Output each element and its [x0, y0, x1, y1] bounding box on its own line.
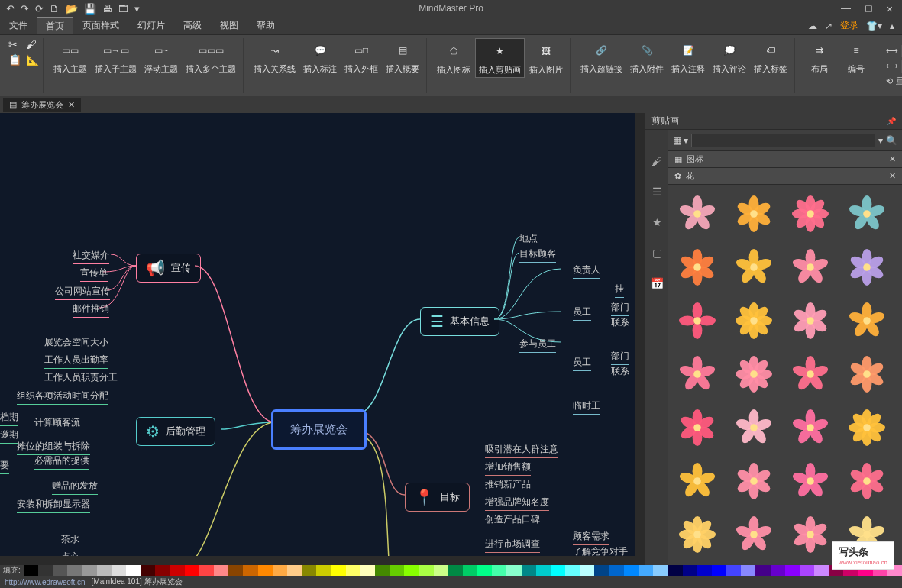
save-icon[interactable]: 💾: [84, 3, 96, 15]
color-swatch[interactable]: [346, 565, 360, 576]
leaf[interactable]: 赠品的发放: [52, 480, 98, 495]
ribbon-button[interactable]: ▤插入概要: [383, 38, 422, 76]
clipart-item[interactable]: [845, 192, 888, 235]
clipart-item[interactable]: [789, 460, 832, 502]
branch-jiben[interactable]: ☰ 基本信息: [420, 307, 499, 336]
leaf[interactable]: 增强品牌知名度: [485, 496, 549, 511]
ribbon-button[interactable]: 🏷插入标签: [751, 38, 790, 76]
clipart-item[interactable]: [732, 406, 775, 449]
clipart-item[interactable]: [789, 513, 832, 556]
clipart-item[interactable]: [732, 460, 775, 502]
color-swatch[interactable]: [785, 565, 800, 576]
maximize-icon[interactable]: ◻: [865, 2, 873, 15]
ribbon-button[interactable]: 💭插入评论: [710, 38, 749, 76]
color-swatch[interactable]: [82, 565, 96, 576]
leaf[interactable]: 摊位的组装与拆除: [17, 440, 90, 455]
search-input[interactable]: [691, 134, 875, 147]
color-swatch[interactable]: [331, 565, 345, 576]
leaf[interactable]: 邮件推销: [73, 302, 109, 318]
ribbon-button[interactable]: ▭□插入外框: [341, 38, 381, 76]
pin-icon[interactable]: 📌: [887, 117, 896, 125]
tab-brush-icon[interactable]: 🖌: [648, 153, 665, 170]
color-swatch[interactable]: [536, 565, 551, 576]
clipart-item[interactable]: [845, 406, 888, 449]
leaf[interactable]: 员工: [573, 305, 591, 321]
color-swatch[interactable]: [258, 565, 273, 576]
color-swatch[interactable]: [53, 565, 67, 576]
ribbon-button[interactable]: ↝插入关系线: [251, 38, 299, 76]
center-node[interactable]: 筹办展览会: [271, 409, 367, 450]
leaf[interactable]: 档期: [0, 411, 18, 426]
canvas[interactable]: 筹办展览会 📢 宣传 社交媒介 宣传单 公司网站宣传 邮件推销 ⚙ 后勤管理 展…: [0, 113, 645, 565]
color-swatch[interactable]: [141, 565, 155, 576]
ribbon-button[interactable]: ▭▭▭插入多个主题: [183, 38, 239, 76]
grid-icon[interactable]: ▦ ▾: [673, 135, 688, 146]
cloud-icon[interactable]: ☁: [808, 21, 817, 31]
menu-home[interactable]: 首页: [37, 17, 73, 34]
leaf[interactable]: 吸引潜在人群注意: [485, 443, 558, 458]
color-swatch[interactable]: [273, 565, 287, 576]
color-swatch[interactable]: [185, 565, 199, 576]
clipart-item[interactable]: [676, 192, 719, 235]
clipart-item[interactable]: [732, 299, 775, 342]
ribbon-button[interactable]: ★插入剪贴画: [475, 38, 525, 78]
clipart-item[interactable]: [789, 192, 832, 235]
color-swatch[interactable]: [755, 565, 770, 576]
clipart-item[interactable]: [676, 299, 719, 342]
leaf[interactable]: 进行市场调查: [485, 538, 540, 553]
color-swatch[interactable]: [506, 565, 521, 576]
ribbon-button[interactable]: 📝插入注释: [668, 38, 708, 76]
dropdown-icon[interactable]: ▾: [878, 135, 883, 146]
leaf[interactable]: 计算顾客流: [34, 416, 80, 431]
color-swatch[interactable]: [390, 565, 404, 576]
clipart-item[interactable]: [676, 460, 719, 502]
branch-mubiao[interactable]: 📍 目标: [405, 483, 470, 512]
clipart-item[interactable]: [676, 246, 719, 289]
clipart-item[interactable]: [732, 513, 775, 556]
clipart-item[interactable]: [676, 353, 719, 396]
category-flowers[interactable]: ✿ 花 ✕: [668, 168, 902, 185]
leaf[interactable]: 工作人员职责分工: [44, 371, 118, 386]
leaf[interactable]: 工作人员出勤率: [44, 354, 108, 369]
close-category-icon[interactable]: ✕: [889, 154, 896, 164]
ribbon-button[interactable]: ⇉布局: [802, 38, 837, 76]
leaf[interactable]: 安装和拆卸显示器: [17, 498, 90, 513]
color-swatch[interactable]: [463, 565, 477, 576]
color-swatch[interactable]: [668, 565, 682, 576]
leaf[interactable]: 邀期: [0, 428, 18, 444]
ribbon-button[interactable]: 📎插入附件: [627, 38, 667, 76]
color-swatch[interactable]: [112, 565, 126, 576]
leaf[interactable]: 部门: [611, 350, 629, 365]
category-icons[interactable]: ▦ 图标 ✕: [668, 151, 902, 168]
leaf[interactable]: 联系: [611, 316, 629, 331]
clipart-item[interactable]: [845, 460, 888, 502]
color-swatch[interactable]: [170, 565, 185, 576]
share-icon[interactable]: ↗: [825, 21, 832, 31]
clipart-item[interactable]: [732, 353, 775, 396]
minimize-icon[interactable]: —: [841, 2, 851, 15]
menu-view[interactable]: 视图: [211, 17, 247, 34]
color-swatch[interactable]: [316, 565, 331, 576]
leaf[interactable]: 必需品的提供: [34, 454, 89, 470]
color-swatch[interactable]: [155, 565, 170, 576]
dropdown-icon[interactable]: ▾: [134, 3, 140, 15]
color-swatch[interactable]: [580, 565, 594, 576]
ribbon-button[interactable]: ▭→▭插入子主题: [92, 38, 140, 76]
menu-file[interactable]: 文件: [0, 17, 37, 34]
color-swatch[interactable]: [683, 565, 697, 576]
leaf[interactable]: 地点: [519, 232, 538, 247]
color-swatch[interactable]: [814, 565, 829, 576]
close-tab-icon[interactable]: ✕: [68, 100, 75, 110]
clipart-item[interactable]: [845, 353, 888, 396]
cut-icon[interactable]: ✂: [8, 38, 21, 50]
clipart-item[interactable]: [845, 299, 888, 342]
status-url[interactable]: http://www.edrawsoft.cn: [5, 578, 86, 586]
branch-houqin[interactable]: ⚙ 后勤管理: [136, 417, 215, 446]
color-swatch[interactable]: [126, 565, 141, 576]
window-icon[interactable]: 🗔: [118, 3, 128, 15]
format-painter-icon[interactable]: 🖌: [26, 38, 39, 50]
leaf[interactable]: 组织各项活动时间分配: [17, 389, 108, 405]
clipart-item[interactable]: [789, 246, 832, 289]
color-palette[interactable]: 填充:: [0, 565, 902, 576]
clipart-item[interactable]: [789, 353, 832, 396]
